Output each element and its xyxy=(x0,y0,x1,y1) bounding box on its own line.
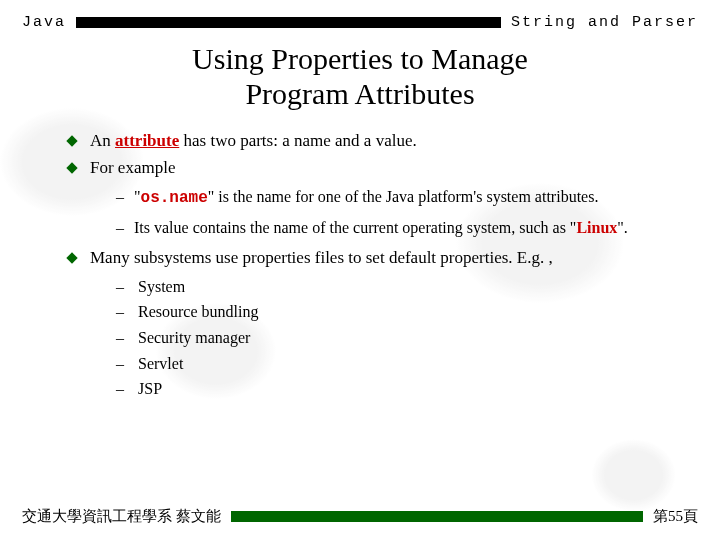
title-line2: Program Attributes xyxy=(245,77,474,110)
bullet-2-sublist: "os.name" is the name for one of the Jav… xyxy=(90,186,698,239)
title-line1: Using Properties to Manage xyxy=(192,42,528,75)
bullet-3-sublist: System Resource bundling Security manage… xyxy=(90,276,698,400)
header-right: String and Parser xyxy=(511,14,698,31)
b2s2-post: ". xyxy=(617,219,628,236)
bullet-2-sub-2: Its value contains the name of the curre… xyxy=(116,217,698,239)
page-title: Using Properties to Manage Program Attri… xyxy=(22,41,698,112)
bullet-2-sub-1: "os.name" is the name for one of the Jav… xyxy=(116,186,698,210)
b3-i2: Resource bundling xyxy=(138,303,258,320)
slide: Java String and Parser Using Properties … xyxy=(0,0,720,540)
footer-right: 第55頁 xyxy=(653,507,698,526)
bullet-2: For example "os.name" is the name for on… xyxy=(68,157,698,239)
b3-item-1: System xyxy=(116,276,698,298)
b1-attribute: attribute xyxy=(115,131,179,150)
header-bar xyxy=(76,17,501,28)
footer-bar xyxy=(231,511,643,522)
bullet-1: An attribute has two parts: a name and a… xyxy=(68,130,698,153)
b1-pre: An xyxy=(90,131,115,150)
b2-text: For example xyxy=(90,158,175,177)
b2s2-linux: Linux xyxy=(576,219,617,236)
bullet-3: Many subsystems use properties files to … xyxy=(68,247,698,400)
bullet-list: An attribute has two parts: a name and a… xyxy=(22,130,698,400)
b3-item-4: Servlet xyxy=(116,353,698,375)
b3-i5: JSP xyxy=(138,380,162,397)
b3-text: Many subsystems use properties files to … xyxy=(90,248,553,267)
content: An attribute has two parts: a name and a… xyxy=(22,130,698,400)
header: Java String and Parser xyxy=(22,14,698,31)
b3-item-3: Security manager xyxy=(116,327,698,349)
footer: 交通大學資訊工程學系 蔡文能 第55頁 xyxy=(22,507,698,526)
b3-i1: System xyxy=(138,278,185,295)
b3-item-5: JSP xyxy=(116,378,698,400)
b1-post: has two parts: a name and a value. xyxy=(179,131,416,150)
b2s2-pre: Its value contains the name of the curre… xyxy=(134,219,576,236)
header-left: Java xyxy=(22,14,66,31)
footer-left: 交通大學資訊工程學系 蔡文能 xyxy=(22,507,221,526)
b2s1-code: os.name xyxy=(141,189,208,207)
b3-i3: Security manager xyxy=(138,329,250,346)
b3-item-2: Resource bundling xyxy=(116,301,698,323)
b2s1-post: " is the name for one of the Java platfo… xyxy=(208,188,599,205)
b3-i4: Servlet xyxy=(138,355,183,372)
